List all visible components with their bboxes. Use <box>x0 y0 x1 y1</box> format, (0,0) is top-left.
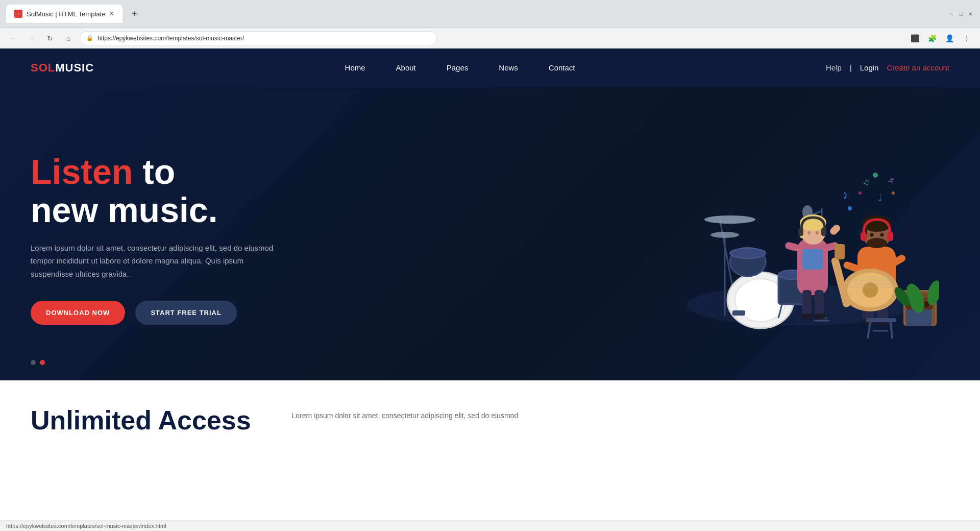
hero-description: Lorem ipsum dolor sit amet, consectetur … <box>31 242 286 281</box>
address-bar[interactable]: 🔒 https://epykwebsites.com/templates/sol… <box>80 31 437 45</box>
svg-rect-32 <box>798 228 803 236</box>
back-button[interactable]: ← <box>6 31 20 45</box>
svg-point-2 <box>704 215 755 224</box>
tab-title: SolMusic | HTML Template <box>27 10 105 18</box>
browser-actions: ⬛ 🧩 👤 ⋮ <box>908 31 974 45</box>
svg-rect-46 <box>887 232 893 241</box>
svg-text:♫: ♫ <box>862 176 871 187</box>
menu-button[interactable]: ⋮ <box>960 31 974 45</box>
tab-close-button[interactable]: ✕ <box>109 10 114 17</box>
slide-indicators <box>31 360 45 365</box>
url-text: https://epykwebsites.com/templates/sol-m… <box>97 35 244 42</box>
nav-divider: | <box>850 63 852 72</box>
hero-illustration: ♪ ♫ ♩ ♬ <box>658 127 939 341</box>
svg-line-62 <box>891 322 892 339</box>
profile-button[interactable]: 👤 <box>942 31 957 45</box>
nav-login[interactable]: Login <box>860 63 879 72</box>
svg-point-44 <box>867 238 887 248</box>
svg-point-34 <box>807 231 811 234</box>
bottom-section: Unlimited Access Lorem ipsum dolor sit a… <box>0 380 980 477</box>
bottom-section-text: Lorem ipsum dolor sit amet, consectetur … <box>292 406 519 422</box>
svg-rect-13 <box>732 310 745 316</box>
svg-point-80 <box>873 173 878 178</box>
site-logo[interactable]: SOLMUSIC <box>31 61 94 75</box>
svg-point-54 <box>863 282 878 298</box>
svg-rect-59 <box>835 244 845 259</box>
svg-point-6 <box>730 248 766 258</box>
extensions-button[interactable]: 🧩 <box>925 31 939 45</box>
download-now-button[interactable]: DOWNLOAD NOW <box>31 301 125 325</box>
new-tab-button[interactable]: + <box>127 6 142 21</box>
svg-point-47 <box>870 233 874 236</box>
close-button[interactable]: ✕ <box>967 10 974 17</box>
svg-rect-21 <box>802 290 812 316</box>
status-url: https://epykwebsites.com/templates/sol-m… <box>6 523 166 529</box>
svg-point-79 <box>848 206 852 210</box>
hero-content: Listen tonew music. Lorem ipsum dolor si… <box>31 142 286 325</box>
nav-pages[interactable]: Pages <box>447 63 469 72</box>
site-header: SOLMUSIC Home About Pages News Contact H… <box>0 49 980 87</box>
nav-right: Help | Login Create an account <box>826 63 949 72</box>
svg-rect-25 <box>802 249 823 270</box>
svg-point-23 <box>801 313 813 320</box>
svg-text:♬: ♬ <box>887 174 896 184</box>
svg-rect-45 <box>861 232 867 241</box>
tab-favicon: ♪ <box>14 10 22 18</box>
svg-point-48 <box>880 233 884 236</box>
nav-contact[interactable]: Contact <box>549 63 575 72</box>
slide-dot-1[interactable] <box>31 360 36 365</box>
svg-rect-60 <box>866 318 896 322</box>
svg-point-12 <box>710 232 739 238</box>
status-bar: https://epykwebsites.com/templates/sol-m… <box>0 520 980 531</box>
svg-text:♪: ♪ <box>840 187 850 202</box>
nav-help[interactable]: Help <box>826 63 842 72</box>
hero-buttons: DOWNLOAD NOW START FREE TRIAL <box>31 301 286 325</box>
nav-news[interactable]: News <box>499 63 518 72</box>
logo-sol: SOL <box>31 61 55 74</box>
minimize-button[interactable]: ─ <box>948 10 955 17</box>
svg-point-24 <box>813 313 825 320</box>
nav-about[interactable]: About <box>396 63 416 72</box>
nav-home[interactable]: Home <box>345 63 365 72</box>
bottom-description: Lorem ipsum dolor sit amet, consectetur … <box>292 406 519 477</box>
hero-section: Listen tonew music. Lorem ipsum dolor si… <box>0 87 980 380</box>
address-bar-row: ← → ↻ ⌂ 🔒 https://epykwebsites.com/templ… <box>0 28 980 49</box>
hero-title: Listen tonew music. <box>31 153 286 229</box>
svg-point-82 <box>859 191 862 195</box>
svg-rect-33 <box>821 228 826 236</box>
logo-music: MUSIC <box>55 61 94 74</box>
svg-point-81 <box>892 191 895 195</box>
svg-point-35 <box>816 231 819 234</box>
nav-create-account[interactable]: Create an account <box>887 63 949 72</box>
main-nav: Home About Pages News Contact <box>345 63 575 72</box>
lock-icon: 🔒 <box>86 35 93 41</box>
browser-chrome: ♪ SolMusic | HTML Template ✕ + ─ □ ✕ <box>0 0 980 28</box>
slide-dot-2[interactable] <box>40 360 45 365</box>
svg-rect-28 <box>828 223 841 236</box>
browser-tab[interactable]: ♪ SolMusic | HTML Template ✕ <box>6 5 122 23</box>
reload-button[interactable]: ↻ <box>43 31 57 45</box>
svg-text:♩: ♩ <box>877 191 883 203</box>
home-button[interactable]: ⌂ <box>61 31 76 45</box>
bottom-title: Unlimited Access <box>31 406 251 477</box>
svg-rect-26 <box>785 241 800 252</box>
start-free-trial-button[interactable]: START FREE TRIAL <box>135 301 237 325</box>
forward-button[interactable]: → <box>24 31 39 45</box>
bottom-section-title: Unlimited Access <box>31 406 251 435</box>
cast-button[interactable]: ⬛ <box>908 31 922 45</box>
maximize-button[interactable]: □ <box>958 10 965 17</box>
hero-title-listen: Listen <box>31 152 133 191</box>
svg-rect-22 <box>815 290 824 316</box>
